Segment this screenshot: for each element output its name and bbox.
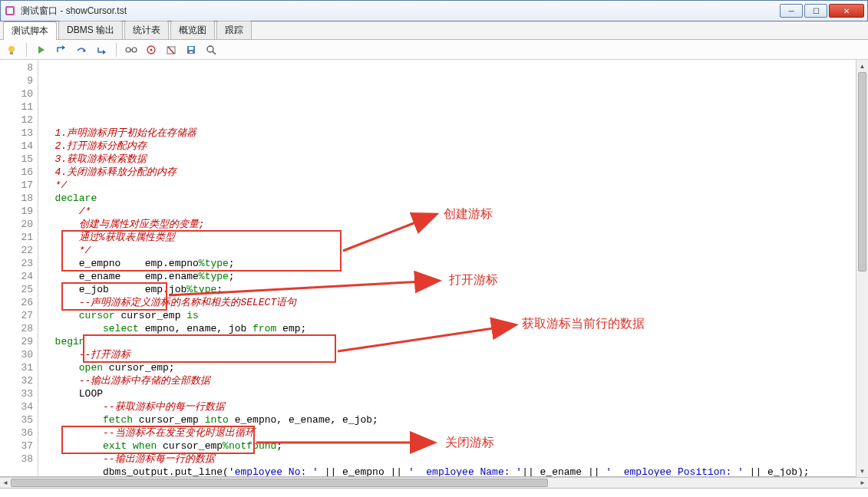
line-number: 28 (0, 322, 33, 335)
line-number: 19 (0, 205, 33, 218)
minimize-button[interactable]: ─ (780, 4, 803, 18)
close-button[interactable]: ✕ (829, 4, 864, 18)
line-number: 18 (0, 192, 33, 205)
annotation-label-open: 打开游标 (449, 273, 498, 286)
annotation-box-fetch (83, 334, 336, 363)
line-number: 38 (0, 453, 33, 466)
tab-dbms-output[interactable]: DBMS 输出 (58, 21, 123, 39)
scroll-up-icon[interactable]: ▲ (856, 60, 868, 72)
scrollbar-thumb[interactable] (858, 72, 866, 272)
line-number: 9 (0, 74, 33, 87)
svg-rect-3 (10, 52, 13, 54)
line-number: 36 (0, 426, 33, 439)
svg-rect-1 (7, 8, 13, 14)
annotation-label-create: 创建游标 (444, 207, 493, 220)
code-line: --获取游标中的每一行数据 (43, 400, 868, 413)
line-number: 37 (0, 439, 33, 453)
line-number: 33 (0, 387, 33, 400)
svg-line-21 (343, 215, 435, 251)
line-number-gutter: 8910111213141516171819202122232425262728… (0, 60, 38, 476)
line-number: 14 (0, 140, 33, 153)
svg-point-2 (8, 46, 15, 52)
tabstrip: 测试脚本 DBMS 输出 统计表 概览图 跟踪 (0, 21, 868, 40)
code-line: --输出游标中存储的全部数据 (43, 374, 868, 387)
svg-point-9 (132, 48, 137, 52)
line-number: 32 (0, 374, 33, 387)
step-out-icon[interactable] (94, 43, 108, 57)
annotation-label-close: 关闭游标 (445, 436, 494, 449)
line-number: 29 (0, 335, 33, 348)
line-number: 26 (0, 296, 33, 309)
annotation-box-declare (61, 230, 342, 272)
line-number: 25 (0, 283, 33, 296)
scrollbar-thumb[interactable] (11, 479, 548, 487)
line-number: 10 (0, 87, 33, 100)
line-number: 34 (0, 400, 33, 413)
line-number: 8 (0, 61, 33, 74)
run-icon[interactable] (35, 43, 48, 57)
svg-rect-17 (190, 51, 193, 53)
line-number: 17 (0, 179, 33, 192)
line-number: 27 (0, 309, 33, 322)
line-number: 22 (0, 244, 33, 257)
maximize-button[interactable]: ☐ (804, 4, 827, 18)
scroll-down-icon[interactable]: ▼ (856, 465, 868, 477)
line-number: 30 (0, 348, 33, 361)
tab-trace[interactable]: 跟踪 (216, 21, 252, 39)
window-titlebar: 测试窗口 - showCursor.tst ─ ☐ ✕ (0, 0, 868, 21)
svg-marker-7 (103, 50, 106, 54)
code-line: open cursor_emp; (43, 361, 868, 374)
tab-label: DBMS 输出 (67, 25, 114, 35)
annotation-arrow (256, 437, 441, 448)
line-number: 16 (0, 166, 33, 179)
tab-overview[interactable]: 概览图 (170, 21, 215, 39)
code-line: LOOP (43, 387, 868, 400)
toolbar (0, 40, 868, 60)
svg-marker-5 (62, 45, 65, 50)
svg-point-12 (150, 48, 153, 51)
step-icon[interactable] (54, 43, 68, 57)
code-line: 2.打开游标分配内存 (43, 140, 868, 153)
line-number: 31 (0, 361, 33, 374)
code-line: 1.声明游标用于初始化在存储器 (43, 127, 868, 140)
code-line: declare (43, 192, 868, 205)
lightbulb-icon[interactable] (5, 43, 18, 57)
code-area[interactable]: 1.声明游标用于初始化在存储器 2.打开游标分配内存 3.获取游标检索数据 4.… (38, 60, 868, 476)
svg-line-14 (168, 47, 174, 54)
line-number: 21 (0, 231, 33, 244)
save-icon[interactable] (184, 43, 198, 57)
target-icon[interactable] (144, 43, 158, 57)
find-icon[interactable] (204, 43, 218, 57)
tab-label: 测试脚本 (12, 25, 48, 36)
glasses-icon[interactable] (124, 43, 138, 57)
tab-test-script[interactable]: 测试脚本 (3, 21, 57, 40)
svg-line-25 (338, 325, 514, 351)
vertical-scrollbar[interactable]: ▲ ▼ (856, 60, 868, 477)
scroll-right-icon[interactable]: ► (857, 478, 868, 488)
annotation-arrow (343, 209, 443, 255)
svg-line-23 (169, 281, 437, 295)
tab-label: 跟踪 (225, 25, 243, 35)
tab-statistics[interactable]: 统计表 (124, 21, 169, 39)
step-over-icon[interactable] (74, 43, 88, 57)
code-editor[interactable]: 8910111213141516171819202122232425262728… (0, 60, 868, 477)
line-number: 23 (0, 257, 33, 270)
svg-line-19 (213, 51, 216, 54)
code-line: --输出游标每一行的数据 (43, 453, 868, 466)
line-number: 20 (0, 218, 33, 231)
annotation-box-open (61, 282, 167, 311)
code-line: 4.关闭游标释放分配的内存 (43, 166, 868, 179)
svg-marker-4 (38, 46, 45, 54)
tab-label: 统计表 (133, 25, 160, 35)
code-line: 3.获取游标检索数据 (43, 153, 868, 166)
svg-point-8 (126, 48, 130, 52)
code-line: dbms_output.put_line('employee No: ' || … (43, 466, 868, 476)
annotation-arrow (169, 276, 445, 299)
annotation-box-close (61, 426, 255, 454)
horizontal-scrollbar[interactable]: ◄ ► (0, 477, 868, 488)
code-line: fetch cursor_emp into e_empno, e_ename, … (43, 413, 868, 426)
scroll-left-icon[interactable]: ◄ (0, 478, 11, 488)
window-buttons: ─ ☐ ✕ (778, 4, 864, 18)
bottom-panel (0, 488, 868, 495)
clear-icon[interactable] (164, 43, 178, 57)
